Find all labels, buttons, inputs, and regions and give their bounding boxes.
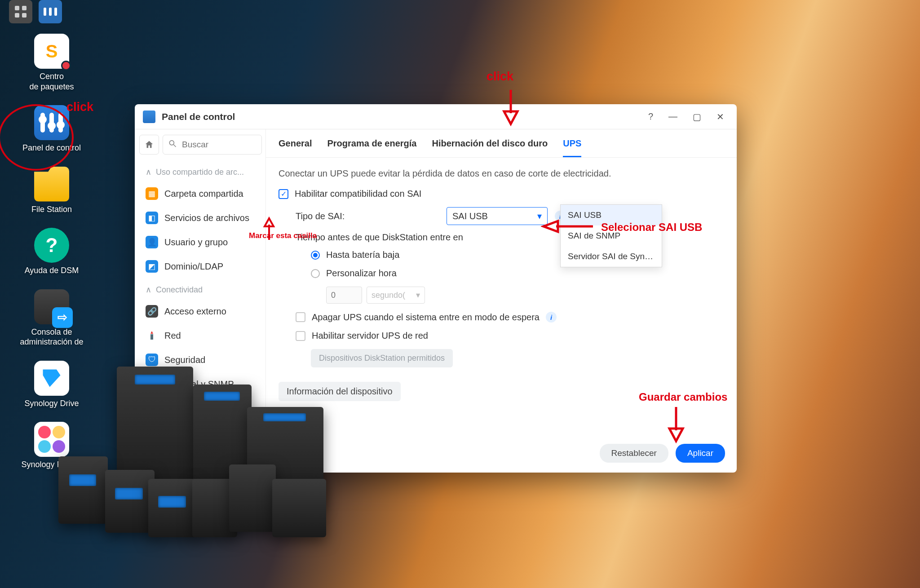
svg-line-1	[174, 145, 176, 147]
sidebar-group-file-sharing[interactable]: ∧Uso compartido de arc...	[139, 161, 262, 181]
desktop-icon-label: Panel de control	[22, 143, 81, 153]
sai-type-dropdown: SAI USB SAI de SNMP Servidor SAI de Syno…	[560, 204, 662, 267]
desktop-icon-label: Centro de paquetes	[29, 71, 74, 92]
sidebar-item-external-access[interactable]: 🔗Acceso externo	[139, 299, 262, 323]
sidebar-item-file-services[interactable]: ◧Servicios de archivos	[139, 206, 262, 230]
radio-customize-time[interactable]	[311, 269, 320, 278]
titlebar: Panel de control ? — ▢ ✕	[135, 104, 737, 129]
ups-hardware-image	[58, 367, 350, 537]
label-enable-sai: Habilitar compatibilidad con SAI	[295, 189, 421, 199]
checkbox-enable-sai[interactable]: ✓	[279, 189, 288, 199]
help-button[interactable]: ?	[644, 109, 658, 124]
radio-until-low-battery[interactable]	[311, 251, 320, 260]
desktop-icon-label: Ayuda de DSM	[25, 265, 79, 276]
desktop-icon-file-station[interactable]: File Station	[11, 167, 92, 215]
checkbox-network-ups-server[interactable]: ✓	[296, 331, 305, 341]
select-time-unit[interactable]: segundo(▾	[367, 287, 425, 304]
desktop-icon-ayuda-dsm[interactable]: ? Ayuda de DSM	[11, 228, 92, 276]
apply-button[interactable]: Aplicar	[676, 444, 725, 463]
sidebar-item-user-group[interactable]: 👤Usuario y grupo	[139, 230, 262, 254]
label-time-before-standby: Tiempo antes de que DiskStation entre en	[296, 232, 463, 243]
reset-button[interactable]: Restablecer	[600, 444, 668, 463]
close-button[interactable]: ✕	[712, 109, 729, 125]
ups-description: Conectar un UPS puede evitar la pérdida …	[279, 168, 724, 179]
desktop-icon-panel-de-control[interactable]: Panel de control	[11, 105, 92, 153]
desktop-icon-consola-admin[interactable]: ⇨ Consola de administración de	[11, 289, 92, 347]
label-until-low-battery: Hasta batería baja	[326, 250, 399, 260]
chevron-down-icon: ▾	[537, 211, 542, 221]
taskbar-panel-icon[interactable]	[39, 0, 62, 23]
tab-power-schedule[interactable]: Programa de energía	[327, 138, 416, 157]
sidebar-group-connectivity[interactable]: ∧Conectividad	[139, 279, 262, 299]
window-title: Panel de control	[162, 111, 637, 122]
desktop-icon-label: File Station	[31, 204, 72, 215]
update-badge	[61, 61, 71, 71]
tabs: General Programa de energía Hibernación …	[266, 129, 737, 158]
label-sai-type: Tipo de SAI:	[296, 211, 439, 221]
app-icon	[143, 111, 155, 123]
dropdown-option-sai-synology-server[interactable]: Servidor SAI de Synolo…	[561, 246, 662, 267]
checkbox-shutdown-ups[interactable]: ✓	[296, 312, 305, 322]
label-shutdown-ups: Apagar UPS cuando el sistema entre en mo…	[312, 312, 540, 323]
minimize-button[interactable]: —	[664, 109, 682, 124]
desktop-icon-label: Consola de administración de	[20, 327, 83, 347]
search-input[interactable]	[163, 135, 262, 155]
info-icon[interactable]: i	[546, 312, 557, 323]
select-sai-type[interactable]: SAI USB ▾	[447, 207, 548, 225]
input-custom-time-value[interactable]	[326, 287, 362, 304]
dropdown-option-sai-usb[interactable]: SAI USB	[561, 205, 662, 225]
taskbar	[9, 0, 62, 23]
home-button[interactable]	[139, 135, 159, 155]
desktop-icon-centro-paquetes[interactable]: Centro de paquetes	[11, 34, 92, 92]
annotation-click-top: click	[487, 70, 513, 84]
label-network-ups-server: Habilitar servidor UPS de red	[312, 331, 428, 341]
tab-hdd-hibernation[interactable]: Hibernación del disco duro	[432, 138, 548, 157]
svg-rect-2	[150, 334, 153, 340]
sidebar-item-domain-ldap[interactable]: ◩Dominio/LDAP	[139, 254, 262, 279]
search-icon	[168, 139, 177, 150]
tab-general[interactable]: General	[279, 138, 312, 157]
tab-ups[interactable]: UPS	[563, 138, 581, 157]
sidebar-item-shared-folder[interactable]: ▦Carpeta compartida	[139, 181, 262, 206]
label-customize-time: Personalizar hora	[326, 268, 397, 279]
sidebar-item-network[interactable]: Red	[139, 323, 262, 348]
dropdown-option-sai-snmp[interactable]: SAI de SNMP	[561, 225, 662, 246]
maximize-button[interactable]: ▢	[688, 109, 706, 125]
taskbar-apps-icon[interactable]	[9, 0, 32, 23]
svg-point-0	[169, 141, 174, 145]
button-permitted-devices: Dispositivos DiskStation permitidos	[311, 349, 453, 367]
